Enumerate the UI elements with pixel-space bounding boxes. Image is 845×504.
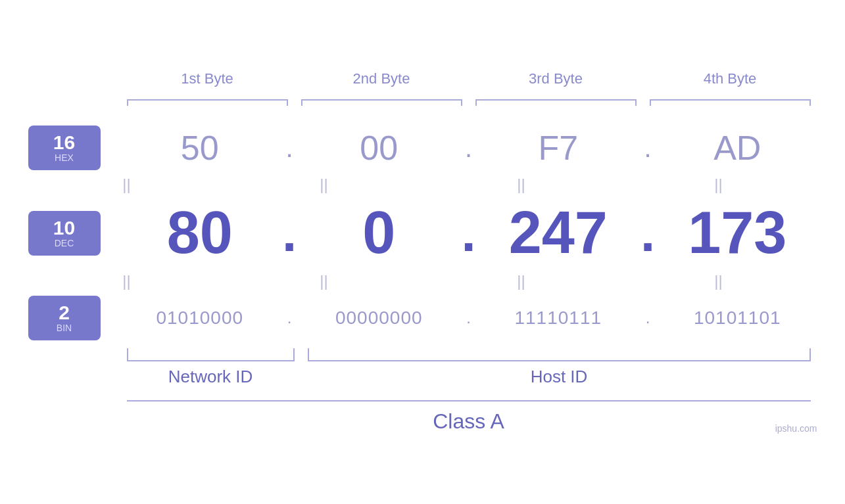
class-row: Class A: [120, 400, 817, 434]
bottom-brackets: [120, 348, 817, 361]
byte3-header: 3rd Byte: [469, 70, 643, 87]
bin-byte4: 10101101: [658, 308, 817, 329]
bin-dot2: .: [459, 309, 479, 327]
dec-dot2: .: [459, 203, 479, 263]
eq1-b1: ||: [28, 175, 226, 194]
eq2-b2: ||: [226, 272, 423, 290]
byte-headers: 1st Byte 2nd Byte 3rd Byte 4th Byte: [120, 70, 817, 87]
bin-label: 2 BIN: [28, 296, 101, 340]
bracket-byte3: [475, 93, 637, 106]
hex-label: 16 HEX: [28, 126, 101, 170]
dec-dot1: .: [279, 203, 299, 263]
eq1-b2: ||: [226, 175, 423, 194]
dec-row: 10 DEC 80 . 0 . 247 . 173: [28, 199, 817, 267]
dec-number: 10: [53, 218, 75, 238]
bracket-host: [308, 348, 811, 361]
bin-base: BIN: [57, 323, 72, 333]
hex-dot3: .: [638, 133, 658, 163]
dec-dot3: .: [638, 203, 658, 263]
bracket-byte4: [650, 93, 811, 106]
hex-byte4: AD: [658, 128, 817, 168]
hex-row: 16 HEX 50 . 00 . F7 . AD: [28, 126, 817, 170]
bracket-network: [127, 348, 295, 361]
hex-byte2: 00: [299, 128, 459, 168]
bin-values: 01010000 . 00000000 . 11110111 . 1010110…: [120, 308, 817, 329]
watermark: ipshu.com: [775, 423, 817, 434]
byte2-header: 2nd Byte: [295, 70, 469, 87]
hex-number: 16: [53, 133, 75, 152]
hex-base: HEX: [55, 152, 74, 163]
hex-values: 50 . 00 . F7 . AD: [120, 128, 817, 168]
bin-row: 2 BIN 01010000 . 00000000 . 11110111 . 1…: [28, 296, 817, 340]
bin-byte1: 01010000: [120, 308, 280, 329]
byte1-header: 1st Byte: [120, 70, 295, 87]
hex-byte1: 50: [120, 128, 280, 168]
class-a-label: Class A: [120, 409, 817, 434]
eq1-b3: ||: [423, 175, 620, 194]
id-labels: Network ID Host ID: [120, 367, 817, 387]
dec-label: 10 DEC: [28, 211, 101, 256]
bin-dot1: .: [279, 309, 299, 327]
class-line: [127, 400, 811, 401]
top-brackets: [120, 93, 817, 106]
bin-dot3: .: [638, 309, 658, 327]
bracket-byte1: [127, 93, 288, 106]
host-id-label: Host ID: [301, 367, 817, 387]
eq2-b1: ||: [28, 272, 226, 290]
eq1-b4: ||: [620, 175, 817, 194]
eq2-b4: ||: [620, 272, 817, 290]
dec-byte1: 80: [120, 199, 280, 267]
byte4-header: 4th Byte: [643, 70, 817, 87]
network-id-label: Network ID: [120, 367, 301, 387]
bin-byte3: 11110111: [479, 308, 639, 329]
dec-values: 80 . 0 . 247 . 173: [120, 199, 817, 267]
dec-byte4: 173: [658, 199, 817, 267]
bin-byte2: 00000000: [299, 308, 459, 329]
dec-byte2: 0: [299, 199, 459, 267]
bracket-byte2: [301, 93, 462, 106]
hex-dot1: .: [279, 133, 299, 163]
dec-base: DEC: [55, 238, 74, 248]
bin-number: 2: [59, 303, 70, 323]
equals-row-1: || || || ||: [28, 175, 817, 194]
equals-row-2: || || || ||: [28, 272, 817, 290]
eq2-b3: ||: [423, 272, 620, 290]
dec-byte3: 247: [479, 199, 639, 267]
hex-byte3: F7: [479, 128, 639, 168]
hex-dot2: .: [459, 133, 479, 163]
